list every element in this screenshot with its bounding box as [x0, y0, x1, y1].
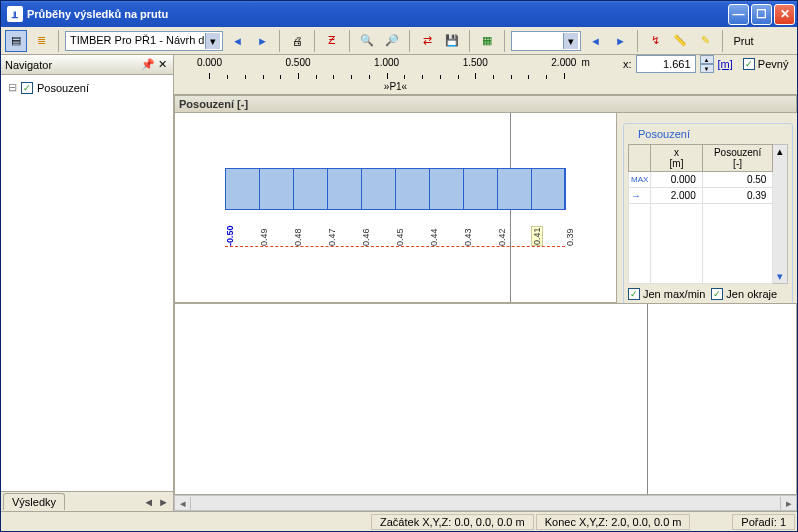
status-start: Začátek X,Y,Z: 0.0, 0.0, 0.0 m: [371, 514, 534, 530]
table-row: →2.0000.39: [629, 188, 773, 204]
val-6: 0.44: [429, 228, 439, 246]
x-panel: x: ▲▼ [m] ✓Pevný: [617, 55, 797, 73]
diagram: -0.50 0.49 0.48 0.47 0.46 0.45 0.44 0.43…: [225, 168, 565, 248]
tool-b-icon[interactable]: ⇄: [416, 30, 438, 52]
pin-icon[interactable]: 📌: [141, 58, 155, 72]
val-2: 0.48: [293, 228, 303, 246]
next-case-button[interactable]: ►: [251, 30, 273, 52]
unit-link[interactable]: [m]: [718, 58, 733, 70]
close-button[interactable]: ✕: [774, 4, 795, 25]
results-panel: Posouzení x [m]Posouzení [-] MAX0.0000.5…: [617, 113, 797, 303]
col-x: x [m]: [651, 145, 702, 172]
val-3: 0.47: [327, 228, 337, 246]
window-title: Průběhy výsledků na prutu: [27, 8, 168, 20]
excel-export-icon[interactable]: ▦: [476, 30, 498, 52]
val-5: 0.45: [395, 228, 405, 246]
measure-icon[interactable]: 📏: [669, 30, 691, 52]
x-label: x:: [623, 58, 632, 70]
ruler-tick-0: 0.000: [197, 57, 222, 68]
empty-area: [174, 303, 797, 495]
app-icon: ⫫: [7, 6, 23, 22]
val-0: -0.50: [225, 225, 235, 246]
navigator-title: Navigator: [5, 59, 141, 71]
ruler[interactable]: 0.000 0.500 1.000 1.500 2.000 m »P1«: [174, 55, 617, 95]
next-item-button[interactable]: ►: [609, 30, 631, 52]
status-end: Konec X,Y,Z: 2.0, 0.0, 0.0 m: [536, 514, 691, 530]
prev-item-button[interactable]: ◄: [584, 30, 606, 52]
status-order: Pořadí: 1: [732, 514, 795, 530]
print-icon[interactable]: 🖨: [286, 30, 308, 52]
ruler-tick-4: 2.000: [551, 57, 576, 68]
navigator-footer: Výsledky ◄►: [1, 491, 173, 511]
tree-item-posouzeni[interactable]: ⊟ ✓ Posouzení: [6, 80, 168, 95]
navigator-panel: Navigator 📌 ✕ ⊟ ✓ Posouzení Výsledky ◄►: [1, 55, 174, 511]
pick-icon[interactable]: ↯: [644, 30, 666, 52]
graph-title: Posouzení [-]: [174, 95, 797, 113]
val-10: 0.39: [565, 228, 575, 246]
val-4: 0.46: [361, 228, 371, 246]
x-input[interactable]: [636, 55, 696, 73]
statusbar: Začátek X,Y,Z: 0.0, 0.0, 0.0 m Konec X,Y…: [1, 511, 797, 531]
maximize-button[interactable]: ☐: [751, 4, 772, 25]
titlebar[interactable]: ⫫ Průběhy výsledků na prutu — ☐ ✕: [1, 1, 797, 27]
highlight-icon[interactable]: ✎: [694, 30, 716, 52]
view-scale-icon[interactable]: ≣: [30, 30, 52, 52]
ruler-tick-1: 0.500: [286, 57, 311, 68]
member-label: »P1«: [384, 81, 407, 92]
item-combo[interactable]: [511, 31, 581, 51]
ruler-tick-2: 1.000: [374, 57, 399, 68]
x-spinner[interactable]: ▲▼: [700, 55, 714, 73]
chk-edges[interactable]: ✓Jen okraje: [711, 288, 777, 300]
val-7: 0.43: [463, 228, 473, 246]
table-scrollbar[interactable]: ▴▾: [773, 144, 788, 284]
val-9: 0.41: [531, 226, 543, 246]
results-table[interactable]: x [m]Posouzení [-] MAX0.0000.50 →2.0000.…: [628, 144, 773, 284]
h-scrollbar[interactable]: ◂▸: [174, 495, 797, 511]
navigator-tree[interactable]: ⊟ ✓ Posouzení: [1, 75, 173, 491]
navigator-header[interactable]: Navigator 📌 ✕: [1, 55, 173, 75]
right-label: Prut: [733, 35, 753, 47]
toolbar: ▤ ≣ TIMBER Pro PŘ1 - Návrh d ◄ ► 🖨 Ƶ 🔍 🔎…: [1, 27, 797, 55]
case-combo-text: TIMBER Pro PŘ1 - Návrh d: [70, 34, 204, 46]
ruler-unit: m: [582, 57, 590, 68]
results-title: Posouzení: [634, 128, 694, 140]
col-p: Posouzení [-]: [702, 145, 773, 172]
zoom-fit-icon[interactable]: 🔎: [381, 30, 403, 52]
table-row: MAX0.0000.50: [629, 172, 773, 188]
tree-checkbox[interactable]: ✓: [21, 82, 33, 94]
save-icon[interactable]: 💾: [441, 30, 463, 52]
main-area: 0.000 0.500 1.000 1.500 2.000 m »P1«: [174, 55, 797, 511]
val-1: 0.49: [259, 228, 269, 246]
tab-scroll[interactable]: ◄►: [143, 496, 169, 508]
view-list-icon[interactable]: ▤: [5, 30, 27, 52]
fixed-checkbox[interactable]: ✓Pevný: [743, 58, 789, 70]
val-8: 0.42: [497, 228, 507, 246]
minimize-button[interactable]: —: [728, 4, 749, 25]
zoom-in-icon[interactable]: 🔍: [356, 30, 378, 52]
graph-canvas[interactable]: -0.50 0.49 0.48 0.47 0.46 0.45 0.44 0.43…: [174, 113, 617, 303]
case-combo[interactable]: TIMBER Pro PŘ1 - Návrh d: [65, 31, 223, 51]
app-window: ⫫ Průběhy výsledků na prutu — ☐ ✕ ▤ ≣ TI…: [0, 0, 798, 532]
chk-maxmin[interactable]: ✓Jen max/min: [628, 288, 705, 300]
tool-a-icon[interactable]: Ƶ: [321, 30, 343, 52]
prev-case-button[interactable]: ◄: [226, 30, 248, 52]
panel-close-icon[interactable]: ✕: [155, 58, 169, 72]
tab-vysledky[interactable]: Výsledky: [3, 493, 65, 510]
tree-item-label: Posouzení: [37, 82, 89, 94]
ruler-tick-3: 1.500: [463, 57, 488, 68]
